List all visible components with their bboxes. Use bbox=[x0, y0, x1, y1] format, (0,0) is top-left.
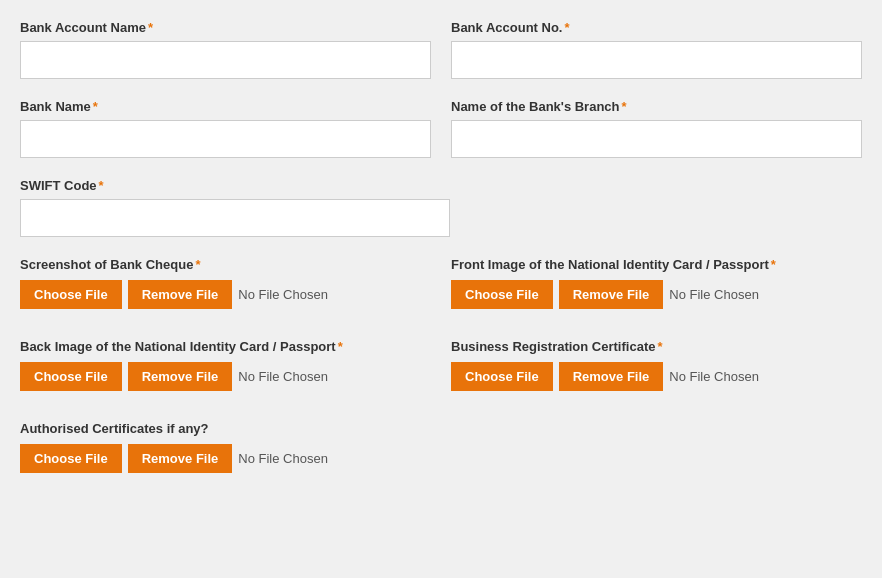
choose-file-business-cert[interactable]: Choose File bbox=[451, 362, 553, 391]
no-file-auth-cert: No File Chosen bbox=[238, 451, 328, 466]
no-file-front-id: No File Chosen bbox=[669, 287, 759, 302]
controls-front-id: Choose File Remove File No File Chosen bbox=[451, 280, 862, 309]
remove-file-front-id[interactable]: Remove File bbox=[559, 280, 664, 309]
label-bank-name: Bank Name* bbox=[20, 99, 431, 114]
row-swift-code: SWIFT Code* bbox=[20, 178, 862, 237]
controls-bank-cheque: Choose File Remove File No File Chosen bbox=[20, 280, 431, 309]
remove-file-bank-cheque[interactable]: Remove File bbox=[128, 280, 233, 309]
bank-name-input[interactable] bbox=[20, 120, 431, 158]
group-back-id: Back Image of the National Identity Card… bbox=[20, 339, 431, 391]
bank-account-name-input[interactable] bbox=[20, 41, 431, 79]
remove-file-business-cert[interactable]: Remove File bbox=[559, 362, 664, 391]
required-star: * bbox=[99, 178, 104, 193]
required-star: * bbox=[657, 339, 662, 354]
label-bank-account-name: Bank Account Name* bbox=[20, 20, 431, 35]
label-bank-branch: Name of the Bank's Branch* bbox=[451, 99, 862, 114]
group-bank-account-no: Bank Account No.* bbox=[451, 20, 862, 79]
row-bank-account: Bank Account Name* Bank Account No.* bbox=[20, 20, 862, 79]
required-star: * bbox=[771, 257, 776, 272]
no-file-back-id: No File Chosen bbox=[238, 369, 328, 384]
row-file-back-business: Back Image of the National Identity Card… bbox=[20, 339, 862, 411]
choose-file-bank-cheque[interactable]: Choose File bbox=[20, 280, 122, 309]
label-bank-cheque: Screenshot of Bank Cheque* bbox=[20, 257, 431, 272]
bank-branch-input[interactable] bbox=[451, 120, 862, 158]
label-front-id: Front Image of the National Identity Car… bbox=[451, 257, 862, 272]
required-star: * bbox=[148, 20, 153, 35]
group-bank-name: Bank Name* bbox=[20, 99, 431, 158]
row-file-auth-cert: Authorised Certificates if any? Choose F… bbox=[20, 421, 862, 493]
choose-file-auth-cert[interactable]: Choose File bbox=[20, 444, 122, 473]
required-star: * bbox=[93, 99, 98, 114]
choose-file-back-id[interactable]: Choose File bbox=[20, 362, 122, 391]
form-container: Bank Account Name* Bank Account No.* Ban… bbox=[20, 20, 862, 493]
label-swift-code: SWIFT Code* bbox=[20, 178, 450, 193]
controls-business-cert: Choose File Remove File No File Chosen bbox=[451, 362, 862, 391]
group-bank-account-name: Bank Account Name* bbox=[20, 20, 431, 79]
group-bank-cheque: Screenshot of Bank Cheque* Choose File R… bbox=[20, 257, 431, 309]
required-star: * bbox=[564, 20, 569, 35]
controls-auth-cert: Choose File Remove File No File Chosen bbox=[20, 444, 862, 473]
label-auth-cert: Authorised Certificates if any? bbox=[20, 421, 862, 436]
required-star: * bbox=[622, 99, 627, 114]
no-file-business-cert: No File Chosen bbox=[669, 369, 759, 384]
group-front-id: Front Image of the National Identity Car… bbox=[451, 257, 862, 309]
required-star: * bbox=[338, 339, 343, 354]
label-bank-account-no: Bank Account No.* bbox=[451, 20, 862, 35]
controls-back-id: Choose File Remove File No File Chosen bbox=[20, 362, 431, 391]
group-auth-cert: Authorised Certificates if any? Choose F… bbox=[20, 421, 862, 473]
bank-account-no-input[interactable] bbox=[451, 41, 862, 79]
choose-file-front-id[interactable]: Choose File bbox=[451, 280, 553, 309]
group-bank-branch: Name of the Bank's Branch* bbox=[451, 99, 862, 158]
swift-code-input[interactable] bbox=[20, 199, 450, 237]
group-swift-code: SWIFT Code* bbox=[20, 178, 450, 237]
label-business-cert: Business Registration Certificate* bbox=[451, 339, 862, 354]
row-file-cheque-front: Screenshot of Bank Cheque* Choose File R… bbox=[20, 257, 862, 329]
remove-file-back-id[interactable]: Remove File bbox=[128, 362, 233, 391]
remove-file-auth-cert[interactable]: Remove File bbox=[128, 444, 233, 473]
no-file-bank-cheque: No File Chosen bbox=[238, 287, 328, 302]
label-back-id: Back Image of the National Identity Card… bbox=[20, 339, 431, 354]
required-star: * bbox=[195, 257, 200, 272]
group-business-cert: Business Registration Certificate* Choos… bbox=[451, 339, 862, 391]
row-bank-name-branch: Bank Name* Name of the Bank's Branch* bbox=[20, 99, 862, 158]
